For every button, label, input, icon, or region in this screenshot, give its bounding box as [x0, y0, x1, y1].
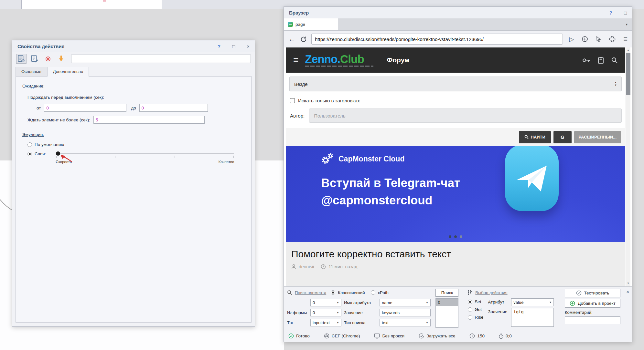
chevron-down-icon: ▼ — [337, 301, 339, 304]
carousel-dots[interactable] — [449, 235, 462, 238]
site-logo[interactable]: Zenno.Club — [305, 53, 373, 67]
tab-main[interactable]: Основные — [16, 67, 47, 76]
comment-input[interactable] — [565, 316, 620, 324]
properties-doc-button[interactable] — [16, 54, 27, 64]
action-select-link[interactable]: Выбор действия — [475, 290, 507, 295]
refresh-icon[interactable] — [300, 36, 307, 43]
status-load-all[interactable]: Загружать все — [419, 333, 455, 339]
wait-before-label: Подождать перед выполнением (сек): — [27, 95, 245, 100]
tab-advanced[interactable]: Дополнительно — [47, 67, 89, 77]
url-input[interactable] — [311, 34, 563, 45]
browser-help-button[interactable]: ? — [609, 10, 612, 15]
clipboard-icon[interactable] — [598, 57, 604, 64]
action-name-input[interactable] — [71, 55, 251, 63]
forum-label: Форум — [387, 56, 409, 64]
site-menu-icon[interactable]: ≡ — [293, 56, 298, 65]
search-overlay: Везде ▲ ▼ Искать только в заголовках Авт… — [286, 73, 625, 146]
status-timeout[interactable]: 150 — [469, 333, 485, 339]
element-search-link[interactable]: Поиск элемента — [295, 290, 326, 295]
tab-dropdown-icon[interactable]: ▼ — [625, 18, 628, 30]
record-button[interactable] — [43, 54, 53, 64]
results-listbox[interactable]: 0 — [435, 298, 458, 328]
author-icon — [291, 264, 296, 269]
carousel-dot[interactable] — [449, 235, 451, 238]
site-search-icon[interactable] — [611, 57, 618, 64]
strip-segment — [0, 0, 22, 9]
emulation-default-radio[interactable] — [27, 142, 32, 147]
rise-label: Rise — [475, 315, 483, 320]
advanced-button-label: РАСШИРЕННЫЙ... — [579, 135, 617, 139]
capmonster-banner[interactable]: CapMonster Cloud Вступай в Telegram-чат … — [286, 146, 625, 242]
action-value-textarea[interactable]: fgfg — [511, 308, 554, 327]
google-search-button[interactable]: G — [553, 131, 572, 143]
tag-combo[interactable]: input:text▼ — [310, 319, 341, 326]
emulation-custom-radio[interactable] — [27, 152, 32, 156]
cursor-pointer-icon[interactable] — [596, 36, 601, 42]
result-item[interactable]: 0 — [436, 299, 458, 306]
status-proxy[interactable]: Без прокси — [374, 333, 404, 339]
emulation-custom-label: Своя: — [35, 151, 46, 156]
titles-only-checkbox[interactable] — [290, 98, 295, 103]
chevron-down-icon: ▼ — [426, 321, 428, 324]
close-button[interactable]: × — [247, 44, 250, 49]
rise-radio[interactable] — [468, 315, 472, 320]
thread-author[interactable]: deonisii — [299, 264, 314, 269]
find-button[interactable]: НАЙТИ — [519, 131, 551, 143]
logo-tagline — [305, 66, 373, 67]
wait-element-input[interactable] — [93, 116, 205, 124]
scrollbar-thumb[interactable] — [626, 53, 630, 95]
get-radio[interactable] — [468, 307, 472, 312]
browser-tab-page[interactable]: page — [284, 18, 338, 30]
play-icon[interactable]: ▷ — [569, 36, 574, 42]
wait-to-input[interactable] — [139, 104, 208, 112]
back-icon[interactable]: ← — [288, 36, 295, 43]
action-properties-window: Свойства действия ? □ × — [12, 40, 255, 327]
action-grid-icon — [468, 290, 473, 295]
status-engine[interactable]: CEF (Chrome) — [324, 333, 360, 339]
search-type-combo[interactable]: text▼ — [380, 319, 431, 326]
test-button[interactable]: Тестировать — [565, 289, 620, 297]
set-radio[interactable] — [468, 300, 472, 304]
site-header: ≡ Zenno.Club Форум — [286, 47, 625, 73]
menu-icon[interactable]: ≡ — [623, 36, 628, 43]
scroll-up-icon[interactable]: ▲ — [627, 47, 629, 53]
circle-plus-icon[interactable] — [582, 36, 588, 42]
author-input[interactable] — [309, 108, 622, 123]
login-key-icon[interactable] — [582, 58, 591, 63]
edit-doc-button[interactable] — [29, 54, 40, 64]
help-button[interactable]: ? — [218, 44, 220, 49]
load-all-check-icon — [419, 333, 424, 339]
classic-radio[interactable] — [331, 290, 335, 295]
xpath-radio[interactable] — [371, 290, 375, 295]
status-bar: Готово CEF (Chrome) Без прокси Загру — [284, 330, 632, 342]
carousel-dot[interactable] — [454, 235, 457, 238]
advanced-search-button[interactable]: РАСШИРЕННЫЙ... — [574, 131, 621, 143]
slider-track[interactable] — [56, 153, 234, 154]
action-dialog-titlebar[interactable]: Свойства действия ? □ × — [12, 40, 255, 52]
attribute-combo[interactable]: value▼ — [511, 298, 554, 306]
orange-down-arrow-icon — [58, 56, 64, 62]
telegram-plane-icon — [515, 163, 549, 193]
slider-thumb[interactable] — [56, 151, 60, 156]
carousel-dot[interactable] — [460, 235, 462, 238]
form-number-combo[interactable]: 0▼ — [310, 309, 341, 316]
element-index-combo[interactable]: 0▼ — [310, 299, 341, 306]
add-to-project-button[interactable]: Добавить в проект — [565, 299, 620, 308]
browser-toolbar-icons: ▷ ≡ — [567, 36, 628, 43]
value-input[interactable] — [380, 309, 431, 316]
wait-from-input[interactable] — [44, 104, 126, 112]
attr-name-combo[interactable]: name▼ — [380, 299, 431, 306]
panel-close-icon[interactable]: × — [626, 289, 629, 294]
scrollbar[interactable]: ▲ ▼ — [626, 47, 630, 286]
browser-maximize-button[interactable]: □ — [624, 10, 627, 15]
thread-time[interactable]: 11 мин. назад — [328, 264, 357, 269]
scroll-down-icon[interactable]: ▼ — [627, 281, 629, 286]
extensions-icon[interactable] — [609, 36, 616, 42]
run-step-button[interactable] — [56, 54, 66, 64]
search-button[interactable]: Поиск — [435, 289, 458, 297]
search-scope-select[interactable]: Везде ▲ ▼ — [289, 77, 622, 91]
maximize-button[interactable]: □ — [232, 44, 235, 49]
classic-label: Классический — [338, 290, 365, 295]
panel-actions-column: Тестировать Добавить в проект Комментари… — [565, 289, 629, 328]
browser-titlebar[interactable]: Браузер ? □ — [284, 7, 632, 18]
